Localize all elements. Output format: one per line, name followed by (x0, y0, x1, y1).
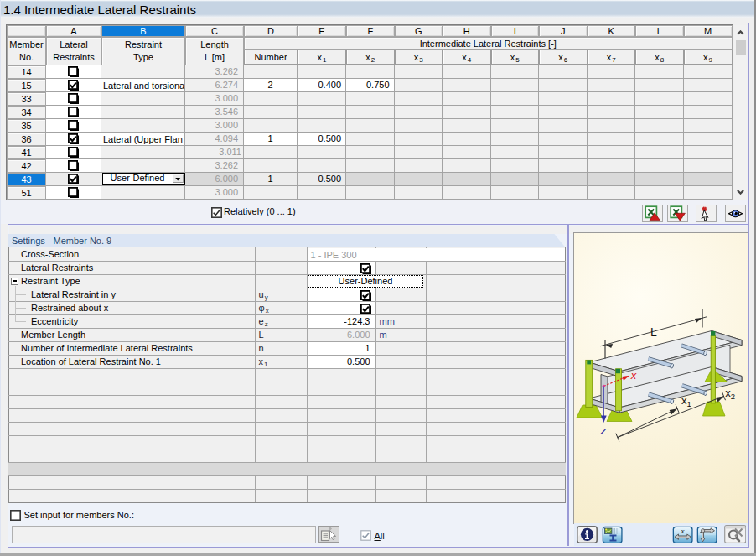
svg-text:x: x (629, 369, 636, 382)
svg-text:x2: x2 (725, 387, 735, 401)
svg-text:x1: x1 (681, 394, 691, 408)
svg-text:x: x (680, 527, 684, 535)
svg-text:L: L (650, 325, 657, 339)
svg-text:z: z (599, 423, 606, 436)
